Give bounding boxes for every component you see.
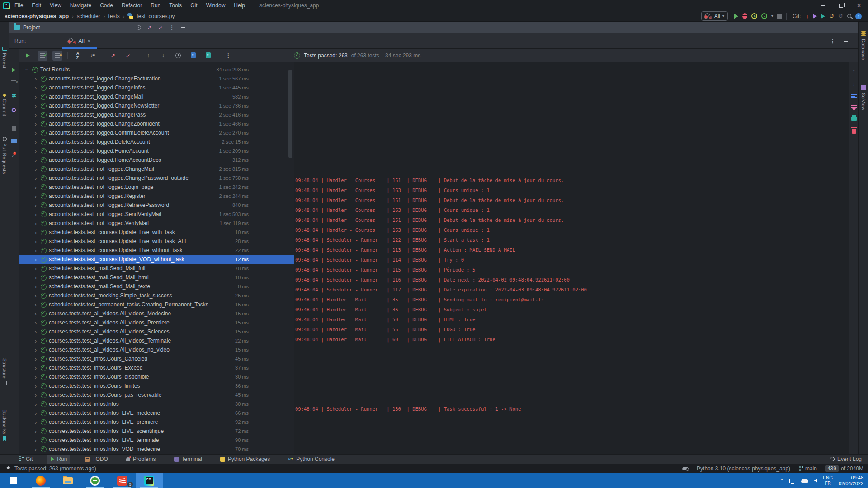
chevron-collapsed-icon[interactable] <box>33 347 38 353</box>
chevron-collapsed-icon[interactable] <box>33 230 38 235</box>
history-button[interactable]: ↺ <box>829 13 834 19</box>
run-button[interactable] <box>734 14 738 19</box>
clear-all-button[interactable] <box>852 129 856 134</box>
show-ignored-toggle[interactable] <box>52 51 62 61</box>
start-button[interactable] <box>0 473 27 488</box>
test-row[interactable]: scheduler.tests.test_mail.Send_Mail_text… <box>19 282 294 291</box>
sidebar-item-commit[interactable]: Commit <box>0 94 9 116</box>
close-tab-icon[interactable]: × <box>87 38 91 44</box>
chevron-collapsed-icon[interactable] <box>33 184 38 190</box>
rerun-button[interactable] <box>23 51 33 61</box>
chevron-expanded-icon[interactable] <box>24 67 30 73</box>
test-row[interactable]: courses.tests.test_infos.Infos_LIVE_term… <box>19 436 294 445</box>
chevron-collapsed-icon[interactable] <box>33 166 38 172</box>
test-row[interactable]: accounts.tests.test_logged.ChangeFactura… <box>19 74 294 83</box>
test-row[interactable]: scheduler.tests.test_courses.Update_Live… <box>19 237 294 246</box>
taskbar-file-explorer[interactable] <box>54 473 81 488</box>
test-row[interactable]: accounts.tests.test_not_logged.ChangePas… <box>19 174 294 183</box>
chevron-collapsed-icon[interactable] <box>33 392 38 398</box>
chevron-collapsed-icon[interactable] <box>33 338 38 344</box>
stop-process-button[interactable] <box>12 126 16 131</box>
chevron-collapsed-icon[interactable] <box>33 130 38 136</box>
git-branch-widget[interactable]: main <box>798 465 817 472</box>
close-button[interactable]: × <box>850 0 868 11</box>
pin-tab-button[interactable]: 📍 <box>9 150 18 159</box>
chevron-collapsed-icon[interactable] <box>33 239 38 244</box>
menu-item[interactable]: Git <box>190 2 197 9</box>
test-results-root-row[interactable]: Test Results 34 sec 293 ms <box>19 65 294 74</box>
search-everywhere-button[interactable] <box>847 14 851 18</box>
chevron-collapsed-icon[interactable] <box>33 157 38 163</box>
chevron-collapsed-icon[interactable] <box>33 329 38 335</box>
scroll-to-end-button[interactable] <box>851 105 857 108</box>
test-row[interactable]: accounts.tests.test_not_logged.SendVerif… <box>19 210 294 219</box>
chevron-collapsed-icon[interactable] <box>33 76 38 82</box>
tab-run-all[interactable]: dj All × <box>62 33 97 49</box>
chevron-collapsed-icon[interactable] <box>33 311 38 317</box>
sort-alphabetically-button[interactable]: Z <box>73 51 83 61</box>
test-row[interactable]: scheduler.tests.test_mocking.Simple_task… <box>19 291 294 300</box>
chevron-collapsed-icon[interactable] <box>33 85 38 91</box>
sidebar-item-project[interactable]: Project <box>0 47 9 68</box>
sidebar-item-bookmarks[interactable]: Bookmarks <box>0 409 9 441</box>
test-row[interactable]: courses.tests.test_infos.Infos_LIVE_prem… <box>19 418 294 427</box>
menu-item[interactable]: Run <box>151 2 160 9</box>
test-row[interactable]: courses.tests.test_infos.Infos_LIVE_scie… <box>19 427 294 436</box>
sort-by-duration-button[interactable]: ↓≡ <box>88 51 98 61</box>
test-options-button[interactable]: ⋮ <box>223 51 233 61</box>
onedrive-icon[interactable] <box>801 479 808 483</box>
restore-button[interactable] <box>832 0 850 11</box>
chevron-collapsed-icon[interactable] <box>33 103 38 109</box>
chevron-collapsed-icon[interactable] <box>33 94 38 100</box>
chevron-collapsed-icon[interactable] <box>33 446 38 452</box>
test-row[interactable]: accounts.tests.test_logged.ChangeInfos 1… <box>19 83 294 92</box>
chevron-collapsed-icon[interactable] <box>33 284 38 290</box>
test-row[interactable]: accounts.tests.test_not_logged.Login_pag… <box>19 183 294 192</box>
rerun-failed-tests-button[interactable] <box>11 80 16 84</box>
taskbar-todoist[interactable]: 5 <box>108 473 136 488</box>
breadcrumb-project[interactable]: sciences-physiques_app <box>5 13 69 19</box>
tool-window-run[interactable]: Run <box>47 455 70 464</box>
chevron-collapsed-icon[interactable] <box>33 257 38 263</box>
test-row[interactable]: accounts.tests.test_logged.ChangeMail 58… <box>19 92 294 101</box>
debug-button[interactable] <box>742 13 747 19</box>
test-row[interactable]: accounts.tests.test_logged.ChangePass 2 … <box>19 110 294 119</box>
sidebar-item-pull-requests[interactable]: Pull Requests <box>0 137 9 174</box>
tool-window-python-console[interactable]: PYPython Console <box>285 455 338 464</box>
test-row[interactable]: scheduler.tests.test_courses.Update_VOD_… <box>19 255 294 264</box>
test-row[interactable]: accounts.tests.test_not_logged.ChangeMai… <box>19 164 294 174</box>
test-settings-button[interactable]: ⚙ <box>11 107 17 113</box>
chevron-collapsed-icon[interactable] <box>33 302 38 308</box>
test-row[interactable]: scheduler.tests.test_permanent_tasks.Cre… <box>19 300 294 309</box>
stop-button[interactable] <box>777 14 782 19</box>
tree-scrollbar[interactable] <box>288 70 292 158</box>
test-row[interactable]: courses.tests.test_infos.Cours_Canceled … <box>19 354 294 363</box>
test-row[interactable]: scheduler.tests.test_mail.Send_Mail_html… <box>19 273 294 282</box>
menu-item[interactable]: Edit <box>32 2 41 9</box>
previous-failed-test-button[interactable]: ↑ <box>143 51 153 61</box>
soft-wrap-button[interactable] <box>851 94 857 98</box>
network-icon[interactable] <box>789 479 795 483</box>
test-row[interactable]: accounts.tests.test_not_logged.VerifyMai… <box>19 219 294 228</box>
breadcrumb-scheduler[interactable]: scheduler <box>77 13 100 19</box>
chevron-collapsed-icon[interactable] <box>33 428 38 434</box>
volume-icon[interactable] <box>814 479 817 483</box>
panel-options-button[interactable]: ⋮ <box>169 24 175 31</box>
chevron-collapsed-icon[interactable] <box>33 275 38 281</box>
test-row[interactable]: courses.tests.test_all_videos.All_videos… <box>19 309 294 318</box>
chevron-down-icon[interactable]: ⌄ <box>42 25 46 29</box>
chevron-collapsed-icon[interactable] <box>33 437 38 443</box>
breadcrumb-tests[interactable]: tests <box>108 13 119 19</box>
test-row[interactable]: scheduler.tests.test_mail.Send_Mail_full… <box>19 264 294 273</box>
import-test-results-button[interactable] <box>188 51 198 61</box>
test-row[interactable]: accounts.tests.test_logged.DeleteAccount… <box>19 137 294 146</box>
taskbar-firefox[interactable] <box>27 473 54 488</box>
chevron-collapsed-icon[interactable] <box>33 374 38 380</box>
taskbar-keepass[interactable] <box>81 473 108 488</box>
print-button[interactable] <box>851 117 857 121</box>
test-row[interactable]: accounts.tests.test_logged.ChangeNewslet… <box>19 101 294 110</box>
git-commit-button[interactable] <box>813 14 817 19</box>
prev-occurrence-button[interactable]: ↑ <box>853 69 855 74</box>
collapse-all-button[interactable]: ↙ <box>158 24 163 31</box>
event-log-button[interactable]: Event Log <box>830 456 868 462</box>
